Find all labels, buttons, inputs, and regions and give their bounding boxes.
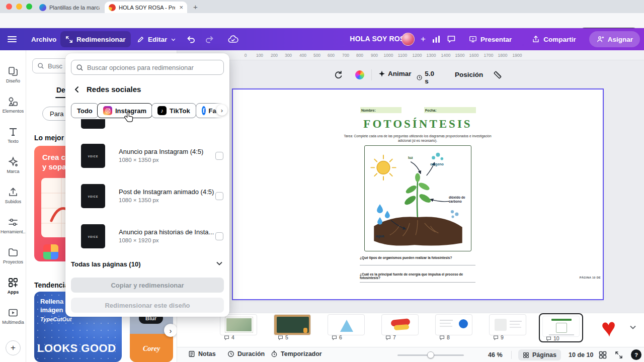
filmstrip-page-5[interactable]: 5 [274, 314, 311, 335]
panel-tab-disenos[interactable]: De [56, 86, 65, 94]
main-menu-hamburger-icon[interactable] [7, 35, 17, 44]
tiktok-icon: ♪ [157, 106, 167, 115]
assign-person-icon [596, 35, 604, 43]
sidebar-item-herramientas[interactable]: Herramient... [0, 210, 26, 240]
menu-editar[interactable]: Editar [132, 31, 181, 47]
resize-search-input[interactable] [87, 64, 219, 71]
zoom-slider-knob[interactable] [427, 351, 434, 358]
cloud-saved-icon[interactable] [227, 34, 238, 44]
help-button[interactable]: ? [631, 349, 641, 360]
filmstrip-page-9[interactable]: 9 [489, 314, 526, 335]
browser-tab-current-design[interactable]: HOLA SOY ROSA - Presenta... × [105, 2, 187, 13]
undo-button[interactable] [186, 34, 196, 44]
window-zoom-button[interactable] [26, 4, 32, 10]
rotate-refresh-button[interactable] [333, 70, 343, 80]
menu-redimensionar[interactable]: Redimensionar [60, 31, 131, 47]
add-collaborator-icon[interactable]: + [421, 34, 426, 44]
all-pages-selector[interactable]: Todas las páginas (10) [71, 260, 140, 268]
sidebar-item-multimedia[interactable]: Multimedia [0, 301, 26, 331]
answer-line-1 [360, 265, 475, 265]
sidebar-item-subidos[interactable]: Subidos [0, 180, 26, 210]
animar-button[interactable]: Animar [378, 70, 412, 77]
filmstrip-page-8[interactable]: 8 [435, 314, 472, 335]
sidebar-item-diseno[interactable]: Diseño [0, 59, 26, 89]
compartir-button[interactable]: Compartir [525, 31, 583, 47]
page-number-row: 5 [278, 334, 288, 340]
filmstrip-collapse-button[interactable] [629, 323, 637, 331]
option-thumbnail: VOICE [81, 144, 105, 168]
menu-archivo[interactable]: Archivo [26, 31, 61, 47]
carousel-next-button[interactable]: › [164, 324, 177, 337]
card-text-line3: TypeCutOut [40, 316, 72, 322]
filmstrip-page-4[interactable]: 4 [220, 314, 257, 335]
temporizador-button[interactable]: Temporizador [271, 350, 322, 357]
design-page[interactable]: Nombre: Fecha: FOTOSÍNTESIS Tarea: Compl… [233, 89, 603, 299]
option-checkbox[interactable] [215, 232, 223, 240]
window-close-button[interactable] [6, 4, 12, 10]
option-checkbox[interactable] [215, 192, 223, 200]
chip-todo[interactable]: Todo [71, 103, 99, 118]
zoom-level[interactable]: 46 % [488, 351, 503, 358]
question-1: ¿Qué tipos de organismos pueden realizar… [360, 256, 478, 259]
copy-and-resize-button[interactable]: Copiar y redimensionar [71, 278, 224, 293]
stopwatch-icon [271, 350, 278, 357]
user-avatar[interactable] [401, 33, 415, 46]
object-panel-sidebar: Diseño Elementos Texto Marca Subidos Her… [0, 50, 26, 362]
option-checkbox[interactable] [215, 152, 223, 160]
option-thumbnail: VOICE [81, 184, 105, 208]
paginas-toggle-button[interactable]: Páginas [518, 349, 561, 360]
duration-button[interactable]: 5.0 s [417, 70, 436, 85]
option-size: 1080 × 1350 px [119, 157, 159, 163]
option-thumbnail-partial [81, 119, 105, 129]
tab-close-icon[interactable]: × [179, 4, 183, 11]
presentar-button[interactable]: Presentar [462, 31, 519, 47]
window-minimize-button[interactable] [16, 4, 22, 10]
editor-top-bar: Archivo Redimensionar Editar HOLA SOY RO… [0, 28, 644, 50]
folder-icon [8, 247, 19, 258]
page-number: 4 [231, 334, 234, 340]
ruler-toggle-button[interactable] [493, 70, 502, 79]
resize-search-field[interactable] [71, 60, 224, 75]
chip-tiktok[interactable]: ♪ TikTok [151, 103, 196, 118]
comment-bubble-icon [439, 335, 445, 340]
apps-grid-icon [8, 277, 19, 288]
back-button[interactable] [71, 84, 83, 95]
filmstrip-page-7[interactable]: 7 [381, 314, 419, 335]
insights-chart-icon[interactable] [432, 35, 441, 44]
sidebar-item-proyectos[interactable]: Proyectos [0, 240, 26, 270]
posicion-button[interactable]: Posición [455, 71, 483, 78]
card-big-text: LOOKS GOOD [37, 342, 120, 355]
browser-tab-brand-templates[interactable]: Plantillas de la marca - Canva [35, 2, 104, 13]
page-thumbnail [489, 314, 526, 335]
color-wheel-button[interactable] [355, 70, 364, 79]
sidebar-item-apps[interactable]: Apps [0, 270, 26, 301]
asignar-button[interactable]: Asignar [589, 31, 640, 47]
sidebar-item-marca[interactable]: Marca [0, 150, 26, 180]
browser-tab-strip: Plantillas de la marca - Canva HOLA SOY … [0, 0, 644, 13]
resize-this-design-button[interactable]: Redimensionar este diseño [71, 298, 224, 313]
chips-scroll-next-button[interactable]: › [216, 105, 227, 116]
new-tab-button[interactable]: + [193, 3, 198, 11]
comment-bubble-icon [278, 335, 283, 340]
fecha-field: Fecha: [424, 107, 476, 113]
notas-button[interactable]: Notas [188, 350, 216, 357]
filmstrip-page-10-selected[interactable]: 10 [539, 313, 583, 342]
sidebar-item-elementos[interactable]: Elementos [0, 89, 26, 120]
duracion-button[interactable]: Duración [227, 350, 265, 357]
grid-view-button[interactable] [599, 351, 607, 359]
comment-bubble-icon [546, 336, 551, 341]
discover-apps-button[interactable]: + [6, 340, 21, 355]
chevron-down-icon [629, 323, 637, 331]
page-number: 7 [393, 334, 396, 340]
redo-button[interactable] [204, 34, 214, 44]
option-thumbnail: VOICE [81, 224, 105, 248]
sidebar-item-texto[interactable]: Texto [0, 120, 26, 150]
fullscreen-button[interactable] [615, 351, 623, 359]
nombre-label: Nombre: [361, 109, 376, 112]
answer-line-2 [360, 282, 475, 283]
option-title: Post de Instagram animado (4:5) [119, 188, 214, 196]
filmstrip-page-6[interactable]: 6 [328, 314, 365, 335]
all-pages-chevron-button[interactable] [215, 259, 223, 267]
comments-icon[interactable] [447, 35, 456, 44]
photosynthesis-diagram: luz oxígeno dióxido de carbono agua [364, 145, 471, 251]
